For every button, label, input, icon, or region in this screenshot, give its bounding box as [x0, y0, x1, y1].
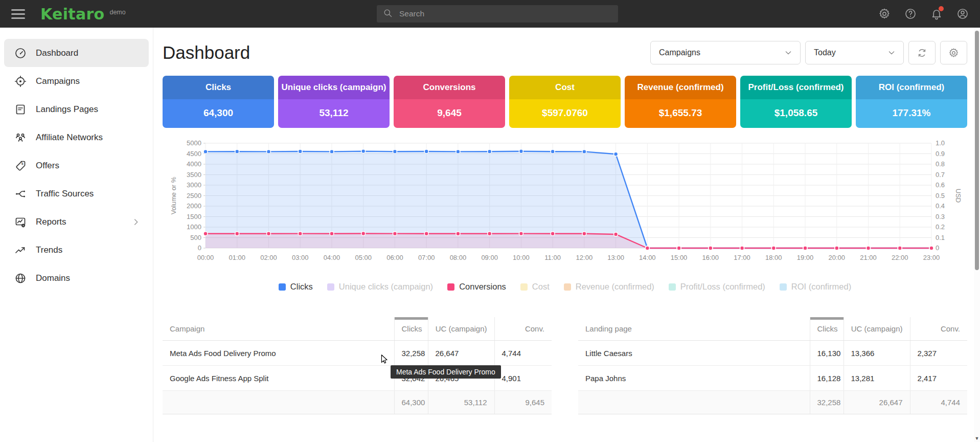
table-row[interactable]: Little Caesars16,13013,3662,327 — [578, 341, 967, 366]
dashboard-settings-button[interactable] — [940, 41, 967, 64]
sidebar-item-affiliate-networks[interactable]: Affiliate Networks — [4, 123, 149, 151]
sidebar-item-offers[interactable]: s Offers — [4, 151, 149, 180]
legend-item[interactable]: Revenue (confirmed) — [564, 282, 654, 292]
settings-gear-icon[interactable] — [878, 8, 891, 20]
legend-label: ROI (confirmed) — [791, 282, 851, 292]
sidebar-item-label: Campaigns — [36, 76, 80, 86]
table-row[interactable]: Meta Ads Food Delivery Promo32,25826,647… — [163, 341, 552, 366]
table-cell: 13,366 — [844, 341, 910, 366]
offers-tag-icon: s — [14, 160, 27, 172]
sidebar-item-domains[interactable]: Domains — [4, 264, 149, 292]
metric-label: Conversions — [394, 76, 505, 99]
column-header[interactable]: Campaign — [163, 317, 394, 341]
metric-value: 9,645 — [394, 99, 505, 128]
svg-text:04:00: 04:00 — [324, 254, 340, 261]
trends-icon — [14, 244, 27, 256]
grouping-filter-select[interactable]: Campaigns — [650, 41, 801, 64]
column-header[interactable]: UC (campaign) — [844, 317, 910, 341]
legend-swatch — [520, 283, 528, 291]
sidebar-item-label: Affiliate Networks — [36, 132, 103, 143]
refresh-button[interactable] — [908, 41, 936, 64]
metric-value: 177.31% — [856, 99, 967, 128]
legend-item[interactable]: Conversions — [447, 282, 506, 292]
column-header[interactable]: Conv. — [494, 317, 552, 341]
metric-card[interactable]: Revenue (confirmed) $1,655.73 — [625, 76, 736, 128]
metric-card[interactable]: Unique clicks (campaign) 53,112 — [278, 76, 390, 128]
legend-item[interactable]: Profit/Loss (confirmed) — [669, 282, 765, 292]
date-range-select[interactable]: Today — [805, 41, 904, 64]
totals-cell: 26,647 — [844, 391, 910, 414]
sidebar-item-trends[interactable]: Trends — [4, 236, 149, 264]
column-header[interactable]: UC (campaign) — [428, 317, 494, 341]
column-header[interactable]: Conv. — [910, 317, 967, 341]
svg-text:5000: 5000 — [187, 139, 201, 147]
sidebar-item-traffic-sources[interactable]: Traffic Sources — [4, 180, 149, 208]
metric-card[interactable]: ROI (confirmed) 177.31% — [856, 76, 967, 128]
svg-text:Volume or %: Volume or % — [170, 176, 177, 214]
page-title: Dashboard — [163, 42, 250, 63]
svg-text:3500: 3500 — [187, 171, 201, 179]
page-scrollbar[interactable]: ▼ — [974, 28, 980, 442]
column-header[interactable]: Clicks — [394, 317, 428, 341]
svg-text:12:00: 12:00 — [576, 254, 593, 261]
search-box[interactable] — [377, 5, 618, 23]
metric-card[interactable]: Conversions 9,645 — [394, 76, 505, 128]
column-header[interactable]: Landing page — [578, 317, 810, 341]
scrollbar-thumb[interactable] — [975, 31, 979, 270]
table-cell: 2,417 — [910, 366, 967, 391]
svg-text:13:00: 13:00 — [607, 254, 624, 261]
legend-item[interactable]: ROI (confirmed) — [780, 282, 851, 292]
sidebar-item-reports[interactable]: Reports — [4, 208, 149, 236]
metric-label: ROI (confirmed) — [856, 76, 967, 99]
svg-text:05:00: 05:00 — [355, 254, 372, 261]
svg-text:22:00: 22:00 — [892, 254, 908, 261]
metric-card[interactable]: Profit/Loss (confirmed) $1,058.65 — [740, 76, 852, 128]
legend-item[interactable]: Unique clicks (campaign) — [327, 282, 433, 292]
metric-value: $1,058.65 — [740, 99, 852, 128]
metric-card[interactable]: Cost $597.0760 — [509, 76, 621, 128]
legend-item[interactable]: Clicks — [279, 282, 313, 292]
svg-text:500: 500 — [190, 234, 201, 241]
totals-cell: 4,744 — [910, 391, 967, 414]
brand-name: Keitaro — [40, 5, 104, 23]
affiliate-networks-icon — [14, 131, 27, 144]
table-row[interactable]: Papa Johns16,12813,2812,417 — [578, 366, 967, 391]
table-header-row: CampaignClicksUC (campaign)Conv. — [163, 317, 552, 341]
account-icon[interactable] — [956, 8, 969, 20]
menu-icon[interactable] — [11, 7, 25, 21]
sidebar-item-label: Landings Pages — [36, 104, 98, 115]
metric-label: Unique clicks (campaign) — [278, 76, 390, 99]
sidebar-item-dashboard[interactable]: Dashboard — [4, 39, 149, 67]
brand-logo[interactable]: Keitaro demo — [40, 5, 126, 23]
svg-text:0.2: 0.2 — [936, 223, 945, 231]
campaigns-target-icon — [14, 75, 27, 87]
landings-table-panel: Landing pageClicksUC (campaign)Conv.Litt… — [578, 317, 967, 414]
svg-text:0.4: 0.4 — [936, 202, 945, 210]
svg-text:03:00: 03:00 — [292, 254, 309, 261]
svg-text:1000: 1000 — [187, 223, 201, 231]
legend-label: Unique clicks (campaign) — [339, 282, 433, 292]
notifications-bell-icon[interactable] — [930, 8, 943, 20]
metric-card[interactable]: Clicks 64,300 — [163, 76, 274, 128]
search-input[interactable] — [398, 9, 612, 19]
scroll-down-arrow-icon[interactable]: ▼ — [974, 436, 980, 441]
metric-value: 53,112 — [278, 99, 390, 128]
svg-text:4500: 4500 — [187, 150, 201, 158]
svg-text:19:00: 19:00 — [797, 254, 814, 261]
sidebar-item-label: Dashboard — [36, 48, 78, 58]
sidebar: Dashboard Campaigns Landings Pages Affil… — [0, 28, 153, 442]
svg-text:0.6: 0.6 — [936, 181, 945, 189]
svg-text:0.3: 0.3 — [936, 213, 945, 220]
legend-item[interactable]: Cost — [520, 282, 550, 292]
svg-text:09:00: 09:00 — [481, 254, 498, 261]
traffic-sources-icon — [14, 188, 27, 200]
metric-label: Cost — [509, 76, 621, 99]
svg-text:00:00: 00:00 — [197, 254, 214, 261]
table-cell: 4,744 — [494, 341, 552, 366]
sidebar-item-landings-pages[interactable]: Landings Pages — [4, 95, 149, 123]
column-header[interactable]: Clicks — [810, 317, 844, 341]
totals-cell: 53,112 — [428, 391, 494, 414]
sidebar-item-label: Offers — [36, 161, 59, 171]
help-icon[interactable] — [904, 8, 917, 20]
sidebar-item-campaigns[interactable]: Campaigns — [4, 67, 149, 95]
